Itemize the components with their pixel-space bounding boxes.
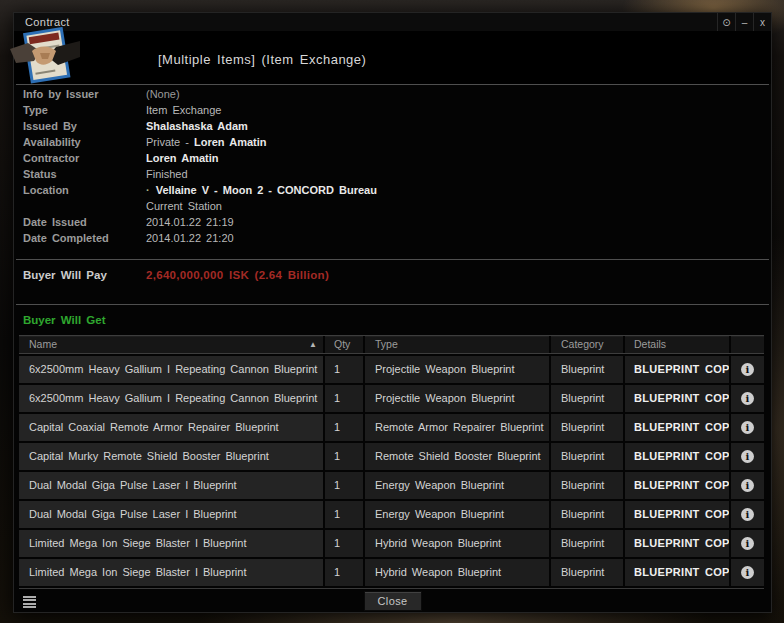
- column-header-qty[interactable]: Qty: [325, 336, 363, 353]
- column-header-info: [731, 336, 764, 353]
- info-value: ·Vellaine V - Moon 2 - CONCORD Bureau: [146, 182, 377, 198]
- cell-details: BLUEPRINT COPY: [625, 443, 729, 470]
- window-controls: ⊙ – x: [717, 13, 771, 31]
- info-label: Issued By: [23, 118, 146, 134]
- table-row[interactable]: 6x2500mm Heavy Gallium I Repeating Canno…: [19, 385, 764, 412]
- cell-info: i: [731, 472, 764, 499]
- item-info-icon[interactable]: i: [741, 566, 754, 579]
- buyer-will-pay-label: Buyer Will Pay: [23, 267, 146, 283]
- item-info-icon[interactable]: i: [741, 508, 754, 521]
- info-value: (None): [146, 86, 180, 102]
- info-value: Finished: [146, 166, 188, 182]
- info-value: Item Exchange: [146, 102, 221, 118]
- cell-info: i: [731, 385, 764, 412]
- info-row-date-completed: Date Completed 2014.01.22 21:20: [23, 230, 762, 246]
- cell-category: Blueprint: [551, 501, 623, 528]
- table-row[interactable]: Limited Mega Ion Siege Blaster I Bluepri…: [19, 530, 764, 557]
- cell-item-name: Capital Coaxial Remote Armor Repairer Bl…: [19, 414, 323, 441]
- cell-qty: 1: [325, 501, 363, 528]
- contract-header: [Multiple Items] (Item Exchange): [14, 31, 771, 84]
- info-value: Private - Loren Amatin: [146, 134, 267, 150]
- info-row-contractor: Contractor Loren Amatin: [23, 150, 762, 166]
- info-row-location: Location ·Vellaine V - Moon 2 - CONCORD …: [23, 182, 762, 198]
- item-info-icon[interactable]: i: [741, 479, 754, 492]
- cell-qty: 1: [325, 356, 363, 383]
- cell-item-name: Limited Mega Ion Siege Blaster I Bluepri…: [19, 559, 323, 586]
- info-row-location-secondary: Current Station: [23, 198, 762, 214]
- cell-info: i: [731, 530, 764, 557]
- item-info-icon[interactable]: i: [741, 450, 754, 463]
- cell-details: BLUEPRINT COPY: [625, 356, 729, 383]
- cell-qty: 1: [325, 472, 363, 499]
- cell-info: i: [731, 559, 764, 586]
- info-row-availability: Availability Private - Loren Amatin: [23, 134, 762, 150]
- info-row-status: Status Finished: [23, 166, 762, 182]
- close-button[interactable]: Close: [364, 591, 422, 611]
- info-label-spacer: [23, 198, 146, 214]
- cell-type: Energy Weapon Blueprint: [365, 472, 549, 499]
- item-info-icon[interactable]: i: [741, 363, 754, 376]
- cell-item-name: Capital Murky Remote Shield Booster Blue…: [19, 443, 323, 470]
- location-link[interactable]: Vellaine V - Moon 2 - CONCORD Bureau: [156, 184, 377, 196]
- info-label: Location: [23, 182, 146, 198]
- window-close-icon[interactable]: x: [753, 13, 771, 31]
- cell-category: Blueprint: [551, 385, 623, 412]
- issuer-name-link[interactable]: Shalashaska Adam: [146, 118, 248, 134]
- cell-type: Remote Shield Booster Blueprint: [365, 443, 549, 470]
- cell-type: Hybrid Weapon Blueprint: [365, 530, 549, 557]
- window-menu-icon[interactable]: [23, 596, 36, 608]
- cell-qty: 1: [325, 443, 363, 470]
- column-header-type[interactable]: Type: [365, 336, 549, 353]
- column-header-details[interactable]: Details: [625, 336, 729, 353]
- cell-details: BLUEPRINT COPY: [625, 501, 729, 528]
- item-info-icon[interactable]: i: [741, 421, 754, 434]
- info-label: Type: [23, 102, 146, 118]
- buyer-will-pay-value: 2,640,000,000 ISK (2.64 Billion): [146, 267, 329, 283]
- cell-category: Blueprint: [551, 356, 623, 383]
- security-dot-icon: ·: [146, 184, 150, 196]
- sort-ascending-icon: ▲: [309, 337, 317, 352]
- cell-info: i: [731, 501, 764, 528]
- window-minimize-icon[interactable]: –: [735, 13, 753, 31]
- cell-info: i: [731, 414, 764, 441]
- info-row-info-by-issuer: Info by Issuer (None): [23, 86, 762, 102]
- cell-details: BLUEPRINT COPY: [625, 385, 729, 412]
- info-row-issued-by: Issued By Shalashaska Adam: [23, 118, 762, 134]
- table-row[interactable]: 6x2500mm Heavy Gallium I Repeating Canno…: [19, 356, 764, 383]
- cell-qty: 1: [325, 414, 363, 441]
- cell-info: i: [731, 356, 764, 383]
- current-station-label: Current Station: [146, 198, 222, 214]
- window-compact-icon[interactable]: ⊙: [717, 13, 735, 31]
- cell-details: BLUEPRINT COPY: [625, 559, 729, 586]
- column-header-category[interactable]: Category: [551, 336, 623, 353]
- cell-item-name: Dual Modal Giga Pulse Laser I Blueprint: [19, 472, 323, 499]
- availability-name-link[interactable]: Loren Amatin: [194, 136, 267, 148]
- contract-handshake-icon: [10, 27, 80, 85]
- divider: [16, 84, 769, 85]
- cell-info: i: [731, 443, 764, 470]
- cell-item-name: Dual Modal Giga Pulse Laser I Blueprint: [19, 501, 323, 528]
- cell-item-name: 6x2500mm Heavy Gallium I Repeating Canno…: [19, 385, 323, 412]
- cell-qty: 1: [325, 559, 363, 586]
- info-row-date-issued: Date Issued 2014.01.22 21:19: [23, 214, 762, 230]
- cell-category: Blueprint: [551, 472, 623, 499]
- title-bar[interactable]: Contract ⊙ – x: [14, 13, 771, 32]
- column-header-name[interactable]: Name▲: [19, 336, 323, 353]
- cell-item-name: Limited Mega Ion Siege Blaster I Bluepri…: [19, 530, 323, 557]
- table-row[interactable]: Dual Modal Giga Pulse Laser I Blueprint …: [19, 501, 764, 528]
- table-row[interactable]: Limited Mega Ion Siege Blaster I Bluepri…: [19, 559, 764, 586]
- item-info-icon[interactable]: i: [741, 392, 754, 405]
- table-row[interactable]: Capital Murky Remote Shield Booster Blue…: [19, 443, 764, 470]
- contract-title: [Multiple Items] (Item Exchange): [158, 52, 366, 67]
- cell-type: Projectile Weapon Blueprint: [365, 356, 549, 383]
- table-row[interactable]: Dual Modal Giga Pulse Laser I Blueprint …: [19, 472, 764, 499]
- table-row[interactable]: Capital Coaxial Remote Armor Repairer Bl…: [19, 414, 764, 441]
- contractor-name-link[interactable]: Loren Amatin: [146, 150, 219, 166]
- info-value: 2014.01.22 21:20: [146, 230, 234, 246]
- cell-type: Hybrid Weapon Blueprint: [365, 559, 549, 586]
- info-value: 2014.01.22 21:19: [146, 214, 234, 230]
- info-label: Date Issued: [23, 214, 146, 230]
- cell-details: BLUEPRINT COPY: [625, 530, 729, 557]
- cell-details: BLUEPRINT COPY: [625, 414, 729, 441]
- item-info-icon[interactable]: i: [741, 537, 754, 550]
